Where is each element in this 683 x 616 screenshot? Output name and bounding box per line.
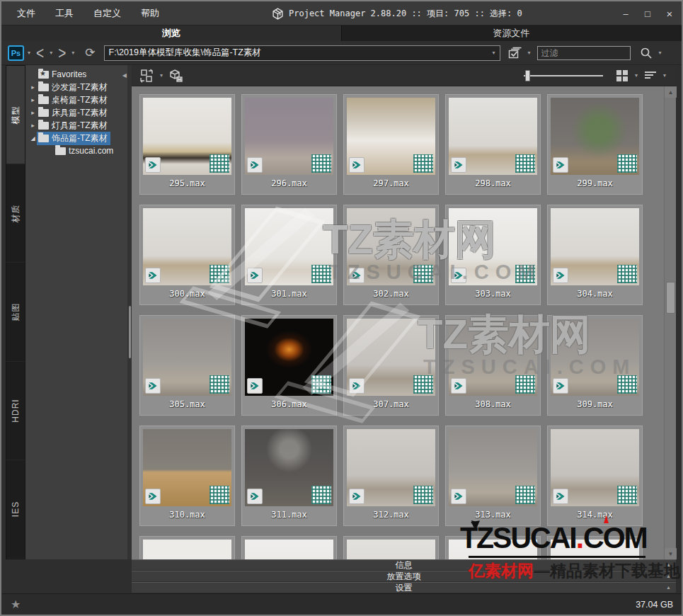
asset-tile[interactable]: 306.max	[241, 315, 337, 416]
tree-item[interactable]: 灯具篇-TZ素材	[25, 119, 127, 132]
grid-scrollbar[interactable]: ▲ ▼	[664, 86, 676, 559]
folder-icon	[38, 96, 49, 104]
asset-tile[interactable]: 301.max	[241, 205, 337, 305]
main-tab[interactable]: 浏览	[1, 25, 342, 41]
asset-filename: 298.max	[449, 175, 537, 192]
expander-icon[interactable]	[29, 84, 37, 91]
category-tab[interactable]: 材质	[6, 164, 25, 263]
asset-tile[interactable]: 300.max	[139, 205, 235, 305]
menu-item[interactable]: 文件	[7, 7, 45, 20]
chevron-down-icon[interactable]: ▾	[24, 50, 34, 56]
asset-tile[interactable]	[343, 536, 439, 559]
slider-thumb[interactable]	[525, 70, 530, 81]
expander-icon[interactable]	[29, 109, 37, 116]
asset-tile[interactable]: 302.max	[343, 205, 439, 305]
rollout-panel-bar[interactable]: 放置选项 ▲	[132, 571, 676, 581]
filter-presets-dropdown-icon[interactable]: ▾	[524, 50, 534, 56]
tree-item[interactable]: 床具篇-TZ素材	[25, 106, 127, 119]
asset-filename: 300.max	[143, 285, 231, 302]
scrollbar-thumb[interactable]	[666, 282, 675, 314]
category-tab[interactable]: 贴图	[6, 263, 25, 361]
menu-item[interactable]: 帮助	[131, 7, 169, 20]
forward-history-icon[interactable]: ▾	[68, 50, 78, 56]
tree-item[interactable]: 沙发篇-TZ素材	[25, 81, 127, 93]
close-button[interactable]: ×	[665, 8, 675, 20]
filter-input[interactable]	[537, 46, 631, 60]
scroll-up-icon[interactable]: ▲	[665, 86, 677, 98]
expander-icon[interactable]	[29, 135, 37, 142]
address-path: F:\2019单体模型库收集\饰品篇-TZ素材	[109, 47, 493, 59]
asset-tile[interactable]	[445, 536, 541, 559]
asset-tile[interactable]: 296.max	[241, 94, 337, 195]
3dsmax-icon	[247, 489, 263, 504]
tree-item[interactable]: 桌椅篇-TZ素材	[25, 93, 127, 106]
back-history-icon[interactable]: ▾	[46, 50, 56, 56]
asset-tile[interactable]: 303.max	[445, 205, 541, 305]
asset-thumbnail	[449, 540, 537, 559]
refresh-icon[interactable]: ⟳	[78, 45, 101, 60]
asset-thumbnail	[143, 208, 231, 285]
asset-tile[interactable]: 297.max	[343, 94, 439, 195]
rollout-panel-bar[interactable]: 设置 ▲	[132, 582, 676, 593]
search-options-icon[interactable]: ▾	[655, 50, 665, 56]
sync-folders-icon[interactable]	[138, 67, 156, 84]
category-tab-label: 材质	[10, 204, 22, 222]
filter-presets-icon[interactable]	[506, 45, 524, 62]
minimize-button[interactable]: –	[621, 8, 631, 19]
asset-tile[interactable]	[241, 536, 337, 559]
forward-button[interactable]: >	[56, 45, 68, 62]
back-button[interactable]: <	[34, 45, 46, 62]
photoshop-button[interactable]: Ps	[8, 45, 24, 61]
collapse-panel-icon[interactable]: ◀	[122, 72, 127, 79]
expand-panel-icon[interactable]: ▲	[666, 562, 671, 567]
asset-tile[interactable]: 309.max	[547, 315, 643, 416]
asset-tile[interactable]: 298.max	[445, 94, 541, 195]
expander-icon[interactable]	[29, 122, 37, 129]
window-title: Project Manager 2.88.20 :: 项目: 705 :: 选择…	[289, 8, 522, 20]
asset-tile[interactable]	[139, 536, 235, 559]
expand-panel-icon[interactable]: ▲	[666, 585, 671, 590]
main-tab-bar: 浏览 资源文件	[1, 25, 682, 41]
3dsmax-icon	[145, 489, 161, 504]
asset-tile[interactable]: 307.max	[343, 315, 439, 416]
asset-tile[interactable]: 308.max	[445, 315, 541, 416]
category-tab[interactable]: IES	[6, 460, 25, 559]
address-dropdown-icon[interactable]: ▾	[493, 50, 495, 56]
asset-tile[interactable]: 305.max	[139, 315, 235, 416]
maximize-button[interactable]: □	[643, 8, 653, 19]
category-tab-strip: 模型 材质 贴图 HDRI IES	[6, 65, 25, 559]
expander-icon[interactable]	[29, 96, 37, 103]
thumbnail-size-slider[interactable]	[524, 70, 603, 81]
main-tab[interactable]: 资源文件	[342, 25, 682, 41]
sync-options-icon[interactable]: ▾	[156, 72, 166, 79]
favorite-star-icon[interactable]: ★	[1, 598, 21, 611]
menu-item[interactable]: 自定义	[84, 7, 131, 20]
expand-panel-icon[interactable]: ▲	[666, 574, 671, 578]
search-icon[interactable]	[637, 45, 655, 62]
asset-tile[interactable]: 295.max	[139, 94, 235, 195]
menu-item[interactable]: 工具	[45, 7, 84, 20]
sort-options-icon[interactable]: ▾	[660, 72, 670, 79]
asset-tile[interactable]: 313.max	[445, 426, 541, 526]
asset-tile[interactable]: 304.max	[547, 205, 643, 305]
scroll-down-icon[interactable]: ▼	[665, 548, 677, 559]
qr-code	[515, 486, 535, 504]
category-tab[interactable]: HDRI	[6, 362, 25, 460]
asset-tile[interactable]: 312.max	[343, 426, 439, 526]
merge-save-icon[interactable]	[166, 67, 185, 84]
view-options-icon[interactable]: ▾	[631, 72, 641, 79]
tree-item[interactable]: Favorites	[25, 68, 127, 81]
grid-view-icon[interactable]	[613, 67, 631, 84]
tree-item[interactable]: 饰品篇-TZ素材	[25, 132, 127, 144]
asset-tile[interactable]: 314.max	[547, 426, 643, 526]
qr-code	[515, 375, 535, 394]
rollout-panel-bar[interactable]: 信息 ▲	[132, 559, 676, 570]
asset-tile[interactable]: 310.max	[139, 426, 235, 526]
asset-tile[interactable]: 311.max	[241, 426, 337, 526]
tree-item[interactable]: tzsucai.com	[25, 144, 127, 157]
asset-tile[interactable]: 299.max	[547, 94, 643, 195]
asset-tile[interactable]	[547, 536, 643, 559]
sort-icon[interactable]	[641, 67, 660, 84]
address-bar[interactable]: F:\2019单体模型库收集\饰品篇-TZ素材 ▾	[104, 45, 500, 61]
category-tab[interactable]: 模型	[6, 66, 25, 164]
